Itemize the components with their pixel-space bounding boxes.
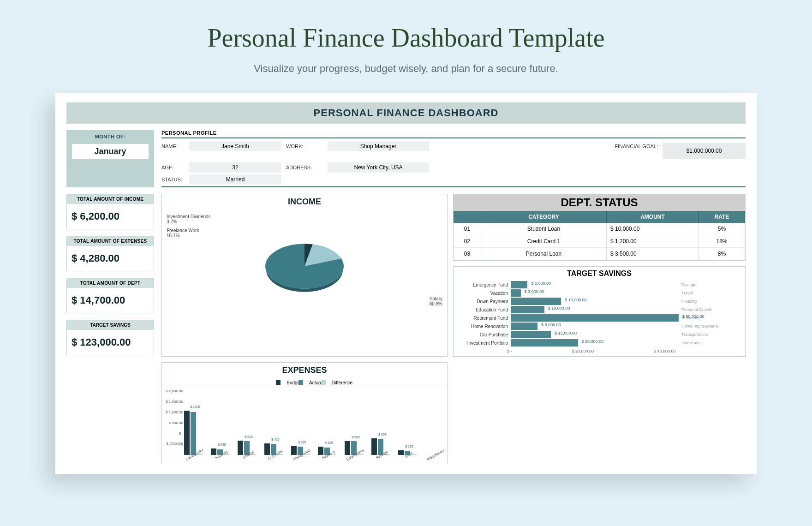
address-value[interactable]: New York City, USA [328,162,429,173]
page-subtitle: Visualize your progress, budget wisely, … [37,63,775,75]
age-value[interactable]: 32 [189,162,281,173]
legend-swatch-icon [321,380,326,385]
kpi-debt-value: $ 14,700.00 [67,288,154,313]
table-row: 01Student Loan$ 10,000.005% [454,223,745,235]
pie-icon [265,244,344,289]
dept-status: DEPT. STATUS CATEGORY AMOUNT RATE 01Stud… [453,194,746,261]
kpi-savings-label: TARGET SAVINGS [67,320,154,330]
status-label: STATUS: [161,177,185,182]
kpi-income-value: $ 6,200.00 [67,204,154,229]
kpi-expenses: TOTAL AMOUNT OF EXPENSES $ 4,280.00 [66,236,154,271]
name-value[interactable]: Jane Smith [189,141,281,151]
table-row: 02Credit Card 1$ 1,200.0018% [454,235,745,248]
list-item: Home Renovation $ 8,000.00 Home Improvem… [454,322,745,330]
dept-title: DEPT. STATUS [454,194,745,211]
age-label: AGE: [161,165,185,170]
dashboard-banner: PERSONAL FINANCE DASHBOARD [66,102,746,124]
legend-swatch-icon [299,380,303,385]
kpi-debt: TOTAL AMOUNT OF DEPT $ 14,700.00 [66,278,154,313]
profile-section: PERSONAL PROFILE NAME: Jane Smith WORK: … [161,130,746,187]
page-title: Personal Finance Dashboard Template [37,23,775,53]
target-savings: TARGET SAVINGS Emergency Fund $ 5,000.00… [453,266,746,357]
dept-head-rate: RATE [699,211,745,223]
list-item: Emergency Fund $ 5,000.00 Savings [454,281,745,289]
pie-label-salary: Salary80.6% [430,296,442,306]
kpi-income: TOTAL AMOUNT OF INCOME $ 6,200.00 [66,194,154,229]
kpi-expenses-value: $ 4,280.00 [67,246,154,271]
legend-swatch-icon [276,380,281,385]
work-label: WORK: [286,143,323,149]
status-value[interactable]: Married [189,174,281,185]
address-label: ADDRESS: [286,165,323,170]
list-item: Investment Portfolio $ 20,000.00 Investm… [454,339,745,347]
pie-label-freelance: Freelance Work16.1% [167,228,199,238]
pie-label-dividends: Investment Dividends3.2% [167,214,211,224]
goal-label: FINANCIAL GOAL: [434,143,658,149]
list-item: Retirement Fund $ 50,000.00 Retirement [454,314,745,322]
kpi-savings-value: $ 123,000.00 [67,330,154,355]
dashboard: PERSONAL FINANCE DASHBOARD MONTH OF: Jan… [55,93,757,474]
kpi-column: TOTAL AMOUNT OF INCOME $ 6,200.00 TOTAL … [66,194,154,463]
kpi-debt-label: TOTAL AMOUNT OF DEPT [67,278,154,288]
kpi-savings: TARGET SAVINGS $ 123,000.00 [66,320,154,355]
target-axis: $ - $ 20,000.00 $ 40,000.00 [454,347,745,356]
profile-title: PERSONAL PROFILE [161,130,746,138]
expenses-title: EXPENSES [162,363,447,378]
month-box: MONTH OF: January [66,130,154,187]
table-row: 03Personal Loan$ 3,500.008% [454,248,745,260]
expenses-legend: Budget Actual Difference [162,378,447,387]
list-item: Down Payment $ 15,000.00 Housing [454,297,745,305]
income-chart: INCOME Investment Dividends3.2% Freelanc… [161,194,448,357]
kpi-expenses-label: TOTAL AMOUNT OF EXPENSES [67,236,154,246]
list-item: Education Fund $ 10,000.00 Personal Grow… [454,305,745,314]
month-label: MONTH OF: [66,134,154,139]
expenses-chart: EXPENSES Budget Actual Difference $ 2,00… [161,362,448,463]
month-value[interactable]: January [72,144,149,159]
list-item: Vacation $ 3,000.00 Travel [454,289,745,297]
kpi-income-label: TOTAL AMOUNT OF INCOME [67,194,154,204]
name-label: NAME: [161,143,185,149]
work-value[interactable]: Shop Manager [328,141,429,151]
goal-value[interactable]: $1,000,000.00 [663,143,746,159]
income-chart-title: INCOME [162,194,447,209]
dept-head-category: CATEGORY [481,211,607,223]
dept-head-amount: AMOUNT [607,211,699,223]
target-title: TARGET SAVINGS [454,267,745,281]
list-item: Car Purchase $ 12,000.00 Transportation [454,330,745,339]
